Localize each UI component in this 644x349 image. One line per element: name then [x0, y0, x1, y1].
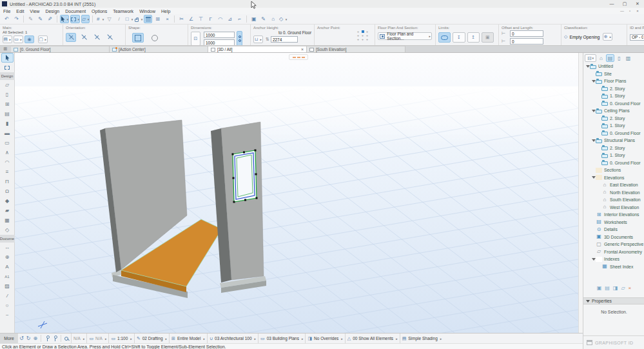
intersect-button[interactable]: Γ [206, 15, 215, 23]
tree-item-2-story[interactable]: 2. Story [583, 145, 644, 152]
shape-circle-button[interactable] [151, 35, 158, 41]
level-dimension-tool[interactable]: ⊕ [1, 252, 14, 262]
clone-folder-button[interactable]: ▣ [597, 285, 602, 291]
length-field[interactable] [510, 38, 543, 45]
link-dimensions-toggle[interactable] [237, 31, 242, 45]
mdi-restore-button[interactable]: ▫ [626, 9, 634, 13]
curtain-wall-tool[interactable]: ▤ [1, 109, 14, 119]
menu-document[interactable]: Document [65, 9, 86, 14]
selected-opening[interactable] [232, 150, 258, 203]
dimension-style-segment[interactable]: ▭03 Building Plans▸ [258, 334, 305, 344]
menu-design[interactable]: Design [45, 9, 59, 14]
adjust-button[interactable]: ∠ [187, 15, 195, 23]
limit-infinite-button[interactable]: ↥ [467, 32, 480, 43]
stair-tool[interactable]: ≡ [1, 167, 14, 177]
dimension-tool[interactable]: ↔ [1, 243, 14, 252]
lamp-tool[interactable]: Ω [1, 186, 14, 196]
classification-dropdown[interactable]: ⊕ [603, 33, 612, 41]
shape-rectangle-button[interactable] [132, 33, 144, 43]
tree-item-ceiling-plans[interactable]: Ceiling Plans [583, 107, 644, 115]
graphic-override-segment[interactable]: ◨No Overrides▸ [305, 334, 344, 344]
menu-view[interactable]: View [30, 9, 39, 14]
menu-file[interactable]: File [3, 9, 10, 14]
tree-item-north-elevation[interactable]: ⌂North Elevation [583, 189, 644, 197]
solid-operations-button[interactable]: ▣ [249, 15, 258, 23]
layout-book-button[interactable]: ▯ [615, 54, 623, 62]
segment-dropdown-arrow[interactable]: ▸ [166, 337, 168, 341]
renovation-display-segment[interactable]: △00 Show All Elements▸ [345, 334, 400, 344]
model-filter-segment[interactable]: ⊞Entire Model▸ [169, 334, 207, 344]
segment-dropdown-arrow[interactable]: ▸ [341, 337, 343, 341]
orientation-horizontal-button[interactable] [66, 33, 76, 42]
layer-combination-segment[interactable]: ∪03 Architectural 100▸ [207, 334, 258, 344]
minimize-button[interactable]: — [605, 0, 618, 8]
redo-button[interactable]: ↷ [12, 15, 21, 23]
railing-tool[interactable]: Π [1, 177, 14, 186]
viewport-scrollbar[interactable] [578, 53, 583, 333]
split-button[interactable]: ✂ [177, 15, 186, 23]
graphisoft-id-bar[interactable]: GRAPHISOFT ID [583, 335, 644, 349]
mdi-minimize-button[interactable]: — [618, 9, 626, 13]
limit-finite-button[interactable] [438, 32, 451, 43]
circle-tool[interactable]: ○ [1, 301, 14, 310]
inject-parameters-button[interactable]: ✎ [46, 15, 54, 23]
schedule-button[interactable]: ⊞ [153, 15, 162, 23]
home-story-button[interactable]: ⌂ [269, 15, 277, 23]
project-map-button[interactable]: ⌂ [597, 54, 605, 62]
close-button[interactable]: ✕ [631, 0, 644, 8]
menu-options[interactable]: Options [92, 9, 107, 14]
segment-dropdown-arrow[interactable]: ▸ [130, 337, 132, 341]
layer-segment[interactable]: ▭N/A▸ [86, 334, 108, 344]
segment-dropdown-arrow[interactable]: ▸ [255, 337, 257, 341]
floorplan-display-dropdown[interactable]: Floor Plan and Section... [378, 32, 432, 40]
tab-close-icon[interactable]: × [301, 47, 304, 52]
settings-dialog-button[interactable]: ▤ [3, 35, 12, 43]
orbit-button[interactable]: ↺ [19, 335, 24, 341]
suspend-groups-button[interactable]: ✎ [26, 15, 35, 23]
menu-help[interactable]: Help [161, 9, 170, 14]
roof-tool[interactable]: ∧ [1, 148, 14, 157]
navigator-chooser-button[interactable]: ⊟ [585, 54, 596, 62]
object-tool[interactable]: ◆ [1, 196, 14, 206]
beam-tool[interactable]: ▬ [1, 128, 14, 138]
fit-selection-button[interactable]: × [163, 15, 171, 23]
tree-item-0-ground-floor[interactable]: 0. Ground Floor [583, 159, 644, 167]
3d-cutaway-button[interactable]: ◇ [278, 15, 287, 23]
segment-dropdown-arrow[interactable]: ▸ [302, 337, 304, 341]
tree-item-sheet-index[interactable]: ▦Sheet Index [583, 263, 644, 271]
select-arrow-tool[interactable] [1, 53, 14, 63]
spinner-icon[interactable]: ⇅ [266, 37, 269, 42]
save-view-button[interactable]: ◨ [613, 285, 618, 291]
tree-item-1-story[interactable]: 1. Story [583, 122, 644, 130]
segment-dropdown-arrow[interactable]: ▸ [105, 337, 107, 341]
tab-south-elevation[interactable]: [South Elevation] [307, 46, 405, 52]
tree-item-site[interactable]: Site [583, 70, 644, 78]
snap-guides-button[interactable]: □ [124, 15, 133, 23]
tree-item-2-story[interactable]: 2. Story [583, 85, 644, 93]
text-tool[interactable]: A [1, 262, 14, 272]
menu-window[interactable]: Window [139, 9, 155, 14]
tree-item-1-story[interactable]: 1. Story [583, 152, 644, 159]
grid-snap-button[interactable]: # [95, 15, 104, 23]
tree-item-0-ground-floor[interactable]: 0. Ground Floor [583, 100, 644, 108]
tab-ground-floor[interactable]: [0. Ground Floor] [11, 46, 110, 52]
marquee-tool[interactable] [1, 63, 14, 72]
tree-item-interior-elevations[interactable]: ⊞Interior Elevations [583, 211, 644, 219]
tree-item-0-ground-floor[interactable]: 0. Ground Floor [583, 130, 644, 137]
3d-viewport[interactable] [15, 53, 578, 333]
properties-header[interactable]: Properties [583, 297, 644, 304]
segment-dropdown-arrow[interactable]: ▸ [440, 337, 442, 341]
mesh-tool[interactable]: ▦ [1, 215, 14, 225]
fillet-button[interactable]: ◠ [216, 15, 224, 23]
tab-3d-all[interactable]: [3D / All] × [208, 46, 307, 52]
maximize-button[interactable]: ▢ [618, 0, 631, 8]
trim-button[interactable]: ⊤ [197, 15, 205, 23]
undo-button[interactable]: ↶ [3, 15, 11, 23]
tree-item-indexes[interactable]: Indexes [583, 255, 644, 263]
morph-edit-button[interactable]: ✎ [259, 15, 268, 23]
menu-edit[interactable]: Edit [16, 9, 24, 14]
mini-palette[interactable] [289, 54, 308, 60]
guide-lines-button[interactable]: / [115, 15, 123, 23]
quad-view-button[interactable]: ⊞ [0, 45, 11, 52]
tree-item-west-elevation[interactable]: ⌂West Elevation [583, 204, 644, 212]
